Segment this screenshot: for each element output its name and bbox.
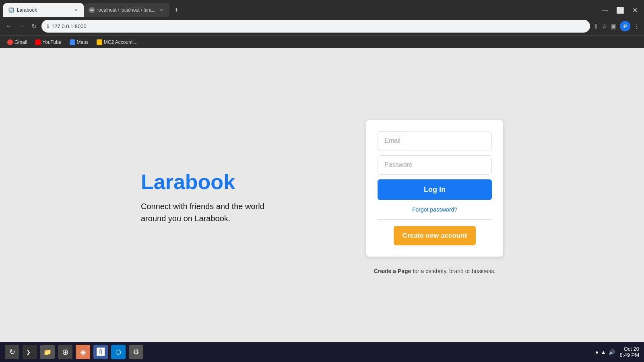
login-section: Log In Forgot password? Create new accou…: [366, 120, 503, 274]
share-icon[interactable]: ⇧: [593, 23, 599, 30]
wifi-icon: ▲: [601, 349, 606, 355]
refresh-button[interactable]: ↻: [30, 21, 38, 32]
gmail-favicon: [7, 39, 13, 45]
tab-bar: 🔄 Larabook ✕ 🏔 localhost / localhost / l…: [0, 0, 644, 17]
taskbar: ↻ ❯_ 📁 ⊕ ◈ 🅰 ⬡ ⚙ ● ▲ 🔊 Oct 20 8:49 PM: [0, 342, 644, 362]
back-button[interactable]: ←: [4, 21, 14, 31]
taskbar-app1[interactable]: ◈: [76, 345, 90, 359]
minimize-button[interactable]: —: [599, 5, 611, 15]
more-menu-icon[interactable]: ⋮: [634, 23, 640, 30]
tab-larabook[interactable]: 🔄 Larabook ✕: [3, 3, 84, 17]
page-content: Larabook Connect with friends and the wo…: [0, 48, 644, 346]
brand-name: Larabook: [141, 170, 334, 194]
address-bar[interactable]: ℹ 127.0.0.1:8000: [41, 20, 590, 33]
tab-close-localhost[interactable]: ✕: [158, 7, 165, 13]
tab-favicon-larabook: 🔄: [8, 7, 14, 13]
browser-toolbar-right: ⇧ ☆ ▣ P ⋮: [593, 21, 640, 31]
browser-chrome: 🔄 Larabook ✕ 🏔 localhost / localhost / l…: [0, 0, 644, 48]
bookmarks-bar: Gmail YouTube Maps MC2 Accounti...: [0, 35, 644, 48]
split-view-icon[interactable]: ▣: [611, 23, 617, 30]
bookmark-youtube-label: YouTube: [42, 39, 61, 45]
taskbar-refresh[interactable]: ↻: [5, 345, 19, 359]
create-page-rest: for a celebrity, brand or business.: [411, 268, 495, 274]
login-layout: Larabook Connect with friends and the wo…: [141, 120, 503, 274]
brand-section: Larabook Connect with friends and the wo…: [141, 170, 334, 224]
address-bar-row: ← → ↻ ℹ 127.0.0.1:8000 ⇧ ☆ ▣ P ⋮: [0, 17, 644, 35]
volume-icon: 🔊: [609, 349, 615, 355]
bookmark-icon[interactable]: ☆: [602, 23, 607, 30]
tab-favicon-localhost: 🏔: [89, 7, 95, 13]
profile-button[interactable]: P: [620, 21, 630, 31]
tab-title-localhost: localhost / localhost / lara...: [97, 7, 156, 13]
tab-title-larabook: Larabook: [17, 7, 70, 13]
create-page-bold: Create a Page: [374, 268, 411, 274]
tab-localhost[interactable]: 🏔 localhost / localhost / lara... ✕: [84, 3, 169, 17]
taskbar-indicators: ● ▲ 🔊: [595, 349, 615, 355]
bookmark-mc2-label: MC2 Accounti...: [104, 39, 138, 45]
mc2-favicon: [97, 39, 102, 45]
taskbar-chrome[interactable]: ⊕: [58, 345, 72, 359]
email-field[interactable]: [378, 131, 492, 150]
brand-tagline: Connect with friends and the world aroun…: [141, 200, 282, 224]
taskbar-files[interactable]: 📁: [40, 345, 55, 359]
bookmark-gmail-label: Gmail: [14, 39, 27, 45]
taskbar-terminal[interactable]: ❯_: [23, 345, 37, 359]
forward-button[interactable]: →: [17, 21, 27, 31]
taskbar-date: Oct 20: [620, 346, 639, 352]
bookmark-maps[interactable]: Maps: [66, 38, 92, 46]
login-card: Log In Forgot password? Create new accou…: [366, 120, 503, 257]
bookmark-youtube[interactable]: YouTube: [32, 38, 64, 46]
login-button[interactable]: Log In: [378, 179, 492, 200]
taskbar-app2[interactable]: 🅰: [93, 345, 108, 359]
maps-favicon: [70, 39, 75, 45]
create-page-text: Create a Page for a celebrity, brand or …: [366, 268, 503, 274]
bookmark-maps-label: Maps: [77, 39, 89, 45]
network-icon: ●: [595, 349, 599, 355]
taskbar-right: ● ▲ 🔊 Oct 20 8:49 PM: [595, 346, 639, 358]
bookmark-gmail[interactable]: Gmail: [4, 38, 30, 46]
protocol-icon: ℹ: [47, 23, 49, 29]
create-account-button[interactable]: Create new account: [394, 226, 476, 245]
youtube-favicon: [35, 39, 41, 45]
taskbar-time-display: 8:49 PM: [620, 352, 639, 358]
bookmark-mc2[interactable]: MC2 Accounti...: [93, 38, 141, 46]
new-tab-button[interactable]: +: [171, 4, 182, 16]
forgot-password-anchor[interactable]: Forgot password?: [412, 206, 457, 213]
divider: [378, 219, 492, 220]
tab-close-larabook[interactable]: ✕: [72, 7, 79, 13]
taskbar-clock: Oct 20 8:49 PM: [620, 346, 639, 358]
restore-button[interactable]: ⬜: [613, 5, 627, 16]
taskbar-vscode[interactable]: ⬡: [111, 345, 126, 359]
taskbar-app3[interactable]: ⚙: [129, 345, 143, 359]
close-button[interactable]: ✕: [629, 5, 641, 16]
password-field[interactable]: [378, 155, 492, 175]
window-controls: — ⬜ ✕: [599, 5, 641, 16]
address-text: 127.0.0.1:8000: [52, 23, 87, 29]
forgot-password-link[interactable]: Forgot password?: [378, 206, 492, 213]
